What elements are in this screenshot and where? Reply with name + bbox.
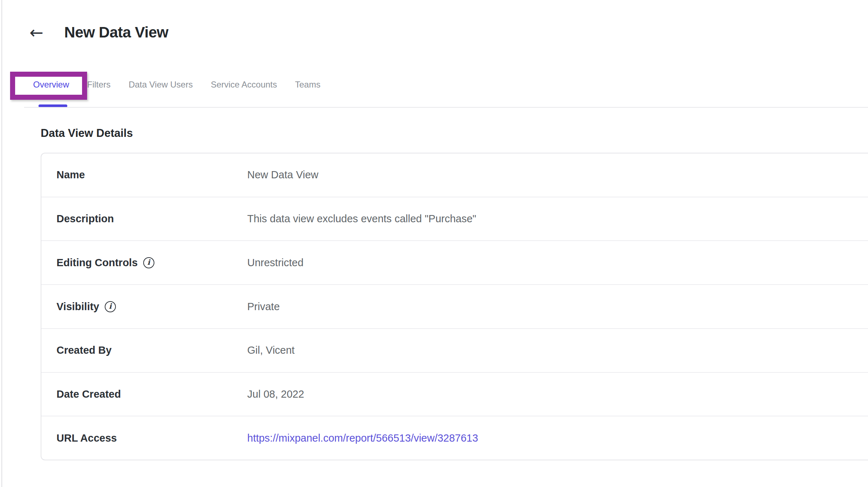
tab-bar: Overview Filters Data View Users Service… [33,79,320,90]
tab-data-view-users[interactable]: Data View Users [128,79,193,90]
row-label-date-created: Date Created [56,388,121,400]
row-label-visibility: Visibility [56,301,99,313]
page-header: ← New Data View [30,22,168,43]
row-label-description: Description [56,213,114,225]
page-title: New Data View [64,24,168,41]
window-edge-line [1,0,2,487]
info-circle-icon[interactable]: i [143,257,154,268]
row-value-created-by: Gil, Vicent [247,344,295,356]
detail-row-name: Name New Data View [41,153,868,197]
tab-teams[interactable]: Teams [295,79,321,90]
detail-row-created-by: Created By Gil, Vicent [41,328,868,372]
info-circle-icon[interactable]: i [105,301,116,312]
detail-row-editing-controls: Editing Controls i Unrestricted [41,240,868,284]
row-label-created-by: Created By [56,344,112,356]
detail-row-date-created: Date Created Jul 08, 2022 [41,372,868,416]
tab-filters[interactable]: Filters [87,79,110,90]
section-heading: Data View Details [41,127,133,140]
url-access-link[interactable]: https://mixpanel.com/report/566513/view/… [247,432,478,444]
row-label-editing-controls: Editing Controls [56,257,138,269]
detail-row-visibility: Visibility i Private [41,284,868,328]
back-arrow-icon[interactable]: ← [30,24,44,41]
detail-row-description: Description This data view excludes even… [41,197,868,241]
tab-overview[interactable]: Overview [33,79,69,90]
row-label-url-access: URL Access [56,432,117,444]
row-value-visibility: Private [247,301,280,313]
tab-service-accounts[interactable]: Service Accounts [211,79,277,90]
row-value-name: New Data View [247,169,318,181]
tab-bar-divider [24,107,868,108]
row-label-name: Name [56,169,85,181]
row-value-date-created: Jul 08, 2022 [247,388,304,400]
detail-row-url-access: URL Access https://mixpanel.com/report/5… [41,416,868,460]
details-card: Name New Data View Description This data… [41,153,868,460]
row-value-description: This data view excludes events called "P… [247,213,476,225]
row-value-editing-controls: Unrestricted [247,257,303,269]
